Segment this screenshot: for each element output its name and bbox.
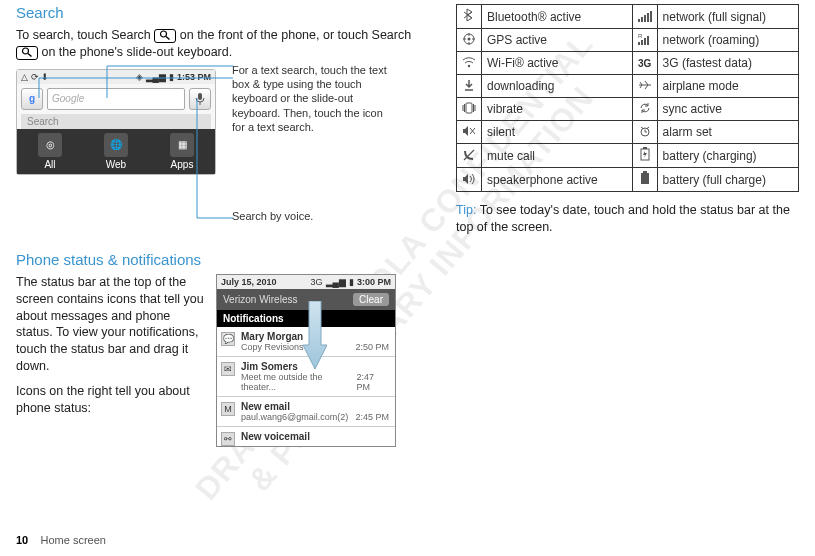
svg-line-3 [28, 53, 32, 56]
status-icons-table: Bluetooth® active network (full signal) … [456, 4, 799, 192]
heading-search: Search [16, 4, 416, 21]
voicemail-icon: ⚯ [221, 432, 235, 446]
drag-down-arrow-icon [303, 301, 327, 371]
svg-rect-44 [643, 147, 647, 149]
bluetooth-icon [462, 8, 476, 22]
svg-point-18 [468, 38, 471, 41]
caption-text-search: For a text search, touch the text box & … [232, 63, 392, 134]
table-cell: Bluetooth® active [482, 5, 633, 29]
svg-rect-13 [641, 17, 643, 22]
sync-icon [638, 101, 652, 115]
tip-label: Tip: [456, 203, 480, 217]
svg-line-1 [166, 36, 170, 39]
table-cell: battery (charging) [657, 144, 798, 168]
svg-line-40 [641, 127, 643, 129]
clock: 1:53 PM [177, 72, 211, 82]
speakerphone-icon [462, 172, 476, 186]
battery-icon: ▮ [349, 277, 354, 287]
search-input[interactable]: Google [47, 88, 185, 110]
tab-apps[interactable]: ▦Apps [149, 129, 215, 174]
table-cell: Wi-Fi® active [482, 52, 633, 75]
svg-point-2 [23, 48, 29, 54]
notification-item[interactable]: M New email paul.wang6@gmail.com(2)2:45 … [217, 397, 395, 427]
table-cell: sync active [657, 98, 798, 121]
table-cell: silent [482, 121, 633, 144]
apps-icon: ▦ [170, 133, 194, 157]
table-cell: 3G (fastest data) [657, 52, 798, 75]
roaming-icon: R [638, 32, 652, 46]
wifi-icon: ◈ ▂▄▆ [136, 72, 166, 82]
search-tabs: ◎All 🌐Web ▦Apps [17, 129, 215, 174]
mute-call-icon [462, 148, 476, 162]
tip-paragraph: Tip: To see today's date, touch and hold… [456, 202, 799, 236]
table-cell: downloading [482, 75, 633, 98]
heading-phone-status: Phone status & notifications [16, 251, 416, 268]
status-bar: △ ⟳ ⬇ ◈ ▂▄▆ ▮ 1:53 PM [17, 70, 215, 84]
svg-rect-45 [641, 173, 649, 184]
table-cell: mute call [482, 144, 633, 168]
signal-icon: ▂▄▆ [326, 277, 346, 287]
carrier-label: Verizon Wireless [223, 294, 297, 305]
3g-icon: 3G [311, 277, 323, 287]
battery-icon: ▮ [169, 72, 174, 82]
voice-search-button[interactable] [189, 88, 211, 110]
table-cell: GPS active [482, 29, 633, 52]
download-icon [462, 78, 476, 92]
page-footer: 10 Home screen [16, 534, 106, 546]
silent-icon [462, 124, 476, 138]
svg-rect-16 [650, 11, 652, 22]
svg-rect-30 [466, 103, 472, 113]
svg-rect-46 [643, 171, 647, 173]
3g-icon: 3G [638, 58, 651, 69]
microphone-icon [195, 92, 205, 106]
section-name: Home screen [40, 534, 105, 546]
svg-rect-23 [638, 42, 640, 45]
clear-button[interactable]: Clear [353, 293, 389, 306]
battery-charging-icon [638, 147, 652, 161]
wifi-icon [462, 55, 476, 69]
table-cell: battery (full charge) [657, 168, 798, 192]
svg-rect-14 [644, 15, 646, 22]
tab-all[interactable]: ◎All [17, 129, 83, 174]
globe-icon: 🌐 [104, 133, 128, 157]
alarm-icon [638, 124, 652, 138]
page-number: 10 [16, 534, 28, 546]
table-cell: network (full signal) [657, 5, 798, 29]
table-cell: speakerphone active [482, 168, 633, 192]
search-label: Search [21, 114, 211, 129]
all-icon: ◎ [38, 133, 62, 157]
caption-voice-search: Search by voice. [232, 209, 392, 223]
svg-line-41 [647, 127, 649, 129]
svg-rect-24 [641, 40, 643, 45]
clock: 3:00 PM [357, 277, 391, 287]
airplane-icon [638, 78, 652, 92]
status-left-icons: △ ⟳ ⬇ [21, 72, 49, 82]
svg-rect-26 [647, 36, 649, 45]
battery-full-icon [638, 171, 652, 185]
table-cell: vibrate [482, 98, 633, 121]
screenshot-notifications: July 15, 2010 3G ▂▄▆ ▮ 3:00 PM Verizon W… [216, 274, 396, 447]
svg-rect-15 [647, 13, 649, 22]
ps-paragraph-1: The status bar at the top of the screen … [16, 274, 206, 375]
vibrate-icon [462, 101, 476, 115]
search-hardkey-icon [154, 29, 176, 43]
svg-point-0 [161, 31, 167, 37]
svg-rect-4 [198, 93, 202, 100]
chat-icon: 💬 [221, 332, 235, 346]
signal-full-icon [638, 9, 652, 23]
screenshot-search: △ ⟳ ⬇ ◈ ▂▄▆ ▮ 1:53 PM g Google Search [16, 69, 216, 175]
svg-rect-12 [638, 19, 640, 22]
svg-rect-25 [644, 38, 646, 45]
table-cell: airplane mode [657, 75, 798, 98]
search-paragraph: To search, touch Search on the front of … [16, 27, 416, 61]
table-cell: alarm set [657, 121, 798, 144]
notification-item[interactable]: ⚯ New voicemail [217, 427, 395, 446]
google-logo-button[interactable]: g [21, 88, 43, 110]
mail-icon: M [221, 402, 235, 416]
svg-text:R: R [638, 33, 643, 39]
tab-web[interactable]: 🌐Web [83, 129, 149, 174]
table-cell: network (roaming) [657, 29, 798, 52]
svg-point-28 [468, 65, 470, 67]
ps-paragraph-2: Icons on the right tell you about phone … [16, 383, 206, 417]
notif-date: July 15, 2010 [221, 277, 277, 287]
